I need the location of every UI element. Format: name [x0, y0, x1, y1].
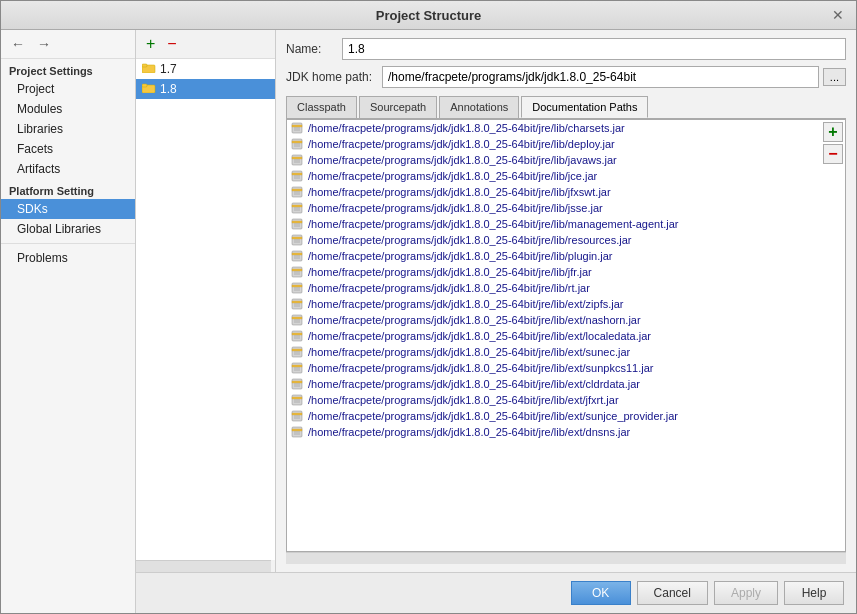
list-item[interactable]: /home/fracpete/programs/jdk/jdk1.8.0_25-…	[287, 408, 821, 424]
list-item[interactable]: /home/fracpete/programs/jdk/jdk1.8.0_25-…	[287, 264, 821, 280]
jar-icon	[291, 201, 305, 215]
sdk-list-scrollbar[interactable]	[136, 560, 271, 572]
jar-icon	[291, 153, 305, 167]
list-item-text: /home/fracpete/programs/jdk/jdk1.8.0_25-…	[308, 122, 625, 134]
svg-rect-13	[292, 157, 302, 159]
sidebar-item-facets[interactable]: Facets	[1, 139, 135, 159]
apply-button[interactable]: Apply	[714, 581, 778, 605]
list-item-text: /home/fracpete/programs/jdk/jdk1.8.0_25-…	[308, 394, 619, 406]
tab-sourcepath[interactable]: Sourcepath	[359, 96, 437, 118]
jar-icon	[291, 281, 305, 295]
sdk-remove-button[interactable]: −	[163, 34, 180, 54]
list-item[interactable]: /home/fracpete/programs/jdk/jdk1.8.0_25-…	[287, 184, 821, 200]
footer: OK Cancel Apply Help	[136, 572, 856, 613]
svg-rect-5	[292, 125, 302, 127]
list-item[interactable]: /home/fracpete/programs/jdk/jdk1.8.0_25-…	[287, 280, 821, 296]
sdk-item-18[interactable]: 1.8	[136, 79, 275, 99]
list-item[interactable]: /home/fracpete/programs/jdk/jdk1.8.0_25-…	[287, 376, 821, 392]
svg-rect-9	[292, 141, 302, 143]
list-item[interactable]: /home/fracpete/programs/jdk/jdk1.8.0_25-…	[287, 424, 821, 440]
nav-forward-button[interactable]: →	[33, 34, 55, 54]
svg-rect-49	[292, 301, 302, 303]
jar-icon	[291, 409, 305, 423]
sidebar-item-artifacts[interactable]: Artifacts	[1, 159, 135, 179]
list-item[interactable]: /home/fracpete/programs/jdk/jdk1.8.0_25-…	[287, 216, 821, 232]
svg-rect-53	[292, 317, 302, 319]
right-area: + − 1.7	[136, 30, 856, 613]
list-item[interactable]: /home/fracpete/programs/jdk/jdk1.8.0_25-…	[287, 328, 821, 344]
dialog-title: Project Structure	[27, 8, 830, 23]
list-item-text: /home/fracpete/programs/jdk/jdk1.8.0_25-…	[308, 170, 597, 182]
list-item[interactable]: /home/fracpete/programs/jdk/jdk1.8.0_25-…	[287, 360, 821, 376]
platform-setting-label: Platform Setting	[1, 179, 135, 199]
project-settings-label: Project Settings	[1, 59, 135, 79]
svg-rect-37	[292, 253, 302, 255]
list-add-button[interactable]: +	[823, 122, 843, 142]
classpath-list-container: /home/fracpete/programs/jdk/jdk1.8.0_25-…	[286, 119, 846, 552]
sidebar-item-problems[interactable]: Problems	[1, 248, 135, 268]
list-item[interactable]: /home/fracpete/programs/jdk/jdk1.8.0_25-…	[287, 344, 821, 360]
list-item-text: /home/fracpete/programs/jdk/jdk1.8.0_25-…	[308, 234, 631, 246]
list-item[interactable]: /home/fracpete/programs/jdk/jdk1.8.0_25-…	[287, 168, 821, 184]
tab-classpath[interactable]: Classpath	[286, 96, 357, 118]
tab-documentation-paths[interactable]: Documentation Paths	[521, 96, 648, 118]
nav-back-button[interactable]: ←	[7, 34, 29, 54]
jar-icon	[291, 329, 305, 343]
title-bar: Project Structure ✕	[1, 1, 856, 30]
help-button[interactable]: Help	[784, 581, 844, 605]
jdk-label: JDK home path:	[286, 70, 376, 84]
list-item[interactable]: /home/fracpete/programs/jdk/jdk1.8.0_25-…	[287, 120, 821, 136]
jar-icon	[291, 377, 305, 391]
ok-button[interactable]: OK	[571, 581, 631, 605]
svg-rect-73	[292, 397, 302, 399]
cancel-button[interactable]: Cancel	[637, 581, 708, 605]
sidebar-divider	[1, 243, 135, 244]
sidebar-item-libraries[interactable]: Libraries	[1, 119, 135, 139]
right-detail-panel: Name: JDK home path: ... Classpath Sourc…	[276, 30, 856, 572]
svg-rect-61	[292, 349, 302, 351]
jar-icon	[291, 217, 305, 231]
list-item[interactable]: /home/fracpete/programs/jdk/jdk1.8.0_25-…	[287, 248, 821, 264]
list-item[interactable]: /home/fracpete/programs/jdk/jdk1.8.0_25-…	[287, 312, 821, 328]
svg-rect-29	[292, 221, 302, 223]
folder-icon-17	[142, 62, 156, 76]
sidebar-item-project[interactable]: Project	[1, 79, 135, 99]
list-item[interactable]: /home/fracpete/programs/jdk/jdk1.8.0_25-…	[287, 152, 821, 168]
sidebar-item-global-libraries[interactable]: Global Libraries	[1, 219, 135, 239]
jar-icon	[291, 265, 305, 279]
sdk-add-button[interactable]: +	[142, 34, 159, 54]
close-button[interactable]: ✕	[830, 7, 846, 23]
list-item[interactable]: /home/fracpete/programs/jdk/jdk1.8.0_25-…	[287, 136, 821, 152]
jar-icon	[291, 169, 305, 183]
svg-rect-33	[292, 237, 302, 239]
browse-button[interactable]: ...	[823, 68, 846, 86]
sidebar-item-modules[interactable]: Modules	[1, 99, 135, 119]
project-structure-dialog: Project Structure ✕ ← → Project Settings…	[0, 0, 857, 614]
sidebar-item-sdks[interactable]: SDKs	[1, 199, 135, 219]
jar-icon	[291, 425, 305, 439]
jdk-row: JDK home path: ...	[286, 66, 846, 88]
list-item[interactable]: /home/fracpete/programs/jdk/jdk1.8.0_25-…	[287, 392, 821, 408]
jdk-path-input[interactable]	[382, 66, 819, 88]
list-item[interactable]: /home/fracpete/programs/jdk/jdk1.8.0_25-…	[287, 232, 821, 248]
jar-icon	[291, 121, 305, 135]
main-scrollbar-h[interactable]	[286, 552, 846, 564]
tab-annotations[interactable]: Annotations	[439, 96, 519, 118]
jar-icon	[291, 249, 305, 263]
sdk-label-17: 1.7	[160, 62, 177, 76]
svg-rect-21	[292, 189, 302, 191]
sdk-item-17[interactable]: 1.7	[136, 59, 275, 79]
list-item[interactable]: /home/fracpete/programs/jdk/jdk1.8.0_25-…	[287, 296, 821, 312]
main-content: ← → Project Settings Project Modules Lib…	[1, 30, 856, 613]
svg-rect-65	[292, 365, 302, 367]
list-remove-button[interactable]: −	[823, 144, 843, 164]
list-item-text: /home/fracpete/programs/jdk/jdk1.8.0_25-…	[308, 138, 615, 150]
content-area: + − 1.7	[136, 30, 856, 572]
list-item[interactable]: /home/fracpete/programs/jdk/jdk1.8.0_25-…	[287, 200, 821, 216]
svg-rect-57	[292, 333, 302, 335]
list-item-text: /home/fracpete/programs/jdk/jdk1.8.0_25-…	[308, 154, 617, 166]
svg-rect-81	[292, 429, 302, 431]
name-input[interactable]	[342, 38, 846, 60]
jar-icon	[291, 233, 305, 247]
list-item-text: /home/fracpete/programs/jdk/jdk1.8.0_25-…	[308, 218, 679, 230]
